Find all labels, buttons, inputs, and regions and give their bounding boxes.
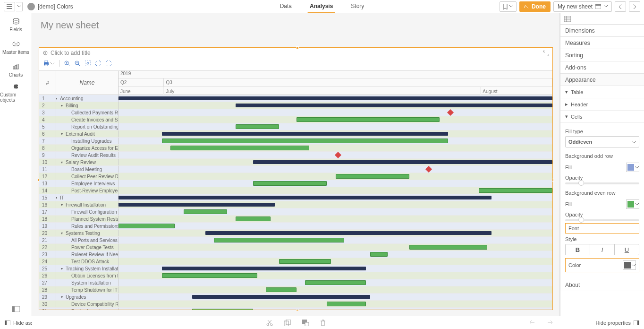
gantt-row[interactable]: 6▾External Audit	[39, 130, 552, 138]
task-bar[interactable]	[170, 146, 309, 150]
gantt-row[interactable]: 23Ruleset Review If Needed	[39, 251, 552, 258]
gantt-row[interactable]: 7Installing Upgrades	[39, 138, 552, 145]
tree-toggle-icon[interactable]: ▾	[61, 267, 63, 271]
gantt-row[interactable]: 22Power Outage Tests	[39, 244, 552, 251]
task-bar[interactable]	[253, 181, 327, 186]
task-bar[interactable]	[236, 124, 279, 129]
subsection-header[interactable]: ▸Header	[560, 98, 644, 111]
summary-bar[interactable]	[192, 295, 370, 299]
tree-toggle-icon[interactable]: ▾	[56, 196, 57, 200]
task-bar[interactable]	[479, 188, 552, 193]
gantt-row[interactable]: 11Board Meeting	[39, 166, 552, 173]
summary-bar[interactable]	[253, 160, 552, 164]
gantt-row[interactable]: 26Obtain Licenses from the V	[39, 272, 552, 279]
subsection-table[interactable]: ▾Table	[560, 86, 644, 98]
task-bar[interactable]	[305, 280, 366, 285]
menu-button[interactable]	[4, 2, 15, 11]
summary-bar[interactable]	[119, 196, 491, 199]
task-bar[interactable]	[266, 287, 296, 292]
task-bar[interactable]	[370, 252, 388, 257]
gantt-body[interactable]: 1▾Accounting2▾Billing3Collected Payments…	[39, 95, 552, 310]
zoom-fit-button[interactable]	[85, 61, 91, 66]
filltype-select[interactable]: Odd/even	[565, 136, 639, 147]
milestone-icon[interactable]	[447, 109, 454, 116]
gantt-row[interactable]: 17Firewall Configuration	[39, 208, 552, 216]
gantt-row[interactable]: 24Test DDOS Attack	[39, 258, 552, 265]
gantt-row[interactable]: 13Employee Interviews	[39, 180, 552, 187]
tree-toggle-icon[interactable]: ▾	[56, 96, 57, 101]
gantt-row[interactable]: 12Collect Peer Review Data	[39, 173, 552, 180]
tree-toggle-icon[interactable]: ▾	[61, 160, 63, 164]
collapse-all-button[interactable]	[106, 61, 111, 66]
section-about[interactable]: About	[560, 279, 644, 291]
task-bar[interactable]	[336, 174, 409, 179]
section-addons[interactable]: Add-ons	[560, 61, 644, 74]
gantt-row[interactable]: 9Review Audit Results	[39, 152, 552, 159]
hide-properties-button[interactable]: Hide properties	[560, 316, 644, 329]
prev-sheet-button[interactable]	[615, 1, 626, 12]
task-bar[interactable]	[297, 117, 440, 122]
gantt-row[interactable]: 20▾Systems Testing	[39, 230, 552, 237]
odd-fill-color[interactable]	[626, 163, 639, 172]
gantt-row[interactable]: 5Report on Outstanding Co	[39, 123, 552, 130]
charts-tab[interactable]: Charts	[0, 59, 32, 81]
redo-icon[interactable]	[545, 320, 552, 325]
object-type-icon[interactable]	[560, 13, 644, 25]
summary-bar[interactable]	[119, 96, 552, 100]
gantt-row[interactable]: 16▾Firewall Installation	[39, 201, 552, 208]
task-bar[interactable]	[184, 209, 227, 214]
section-sorting[interactable]: Sorting	[560, 49, 644, 61]
task-bar[interactable]	[409, 245, 487, 250]
gantt-row[interactable]: 18Planned System Restart	[39, 216, 552, 223]
font-color-row[interactable]: Color	[565, 258, 639, 272]
done-button[interactable]: Done	[519, 1, 551, 12]
summary-bar[interactable]	[162, 267, 366, 270]
sheet-title[interactable]: My new sheet	[32, 13, 559, 35]
undo-icon[interactable]	[530, 320, 537, 325]
summary-bar[interactable]	[162, 132, 449, 136]
task-bar[interactable]	[279, 259, 331, 264]
gantt-row[interactable]: 2▾Billing	[39, 102, 552, 109]
fullscreen-icon[interactable]	[543, 51, 549, 57]
chart-title-row[interactable]: Click to add title	[39, 48, 552, 58]
fields-tab[interactable]: Fields	[0, 13, 32, 36]
gantt-row[interactable]: 4Create Invoices and Send I	[39, 116, 552, 123]
section-appearance[interactable]: Appearance	[560, 74, 644, 86]
section-dimensions[interactable]: Dimensions	[560, 25, 644, 37]
custom-objects-tab[interactable]: Custom objects	[0, 81, 32, 104]
font-section[interactable]: Font	[565, 223, 639, 234]
gantt-row[interactable]: 25▾Tracking System Installation	[39, 265, 552, 272]
tree-toggle-icon[interactable]: ▾	[61, 203, 63, 207]
gantt-row[interactable]: 28Temp Shutdown for IT Aud	[39, 286, 552, 294]
tab-analysis[interactable]: Analysis	[308, 0, 335, 13]
task-bar[interactable]	[327, 302, 366, 306]
italic-button[interactable]: I	[590, 244, 615, 255]
task-bar[interactable]	[192, 309, 253, 310]
font-color-swatch[interactable]	[623, 260, 636, 270]
tree-toggle-icon[interactable]: ▾	[61, 104, 63, 108]
delete-icon[interactable]	[320, 320, 326, 326]
zoom-out-button[interactable]	[75, 61, 80, 66]
odd-opacity-slider[interactable]	[565, 182, 639, 184]
master-items-tab[interactable]: Master items	[0, 36, 32, 59]
gantt-row[interactable]: 31Device Inventory	[39, 308, 552, 310]
gantt-row[interactable]: 10▾Salary Review	[39, 159, 552, 166]
gantt-row[interactable]: 19Rules and Permissions Aud	[39, 223, 552, 230]
cut-icon[interactable]	[266, 320, 273, 326]
sheet-selector[interactable]: My new sheet	[553, 1, 612, 12]
gantt-row[interactable]: 30Device Compatibility Revie	[39, 301, 552, 308]
paste-icon[interactable]	[302, 320, 309, 326]
copy-icon[interactable]	[284, 320, 291, 326]
print-button[interactable]	[43, 61, 54, 66]
underline-button[interactable]: U	[615, 244, 639, 255]
milestone-icon[interactable]	[425, 166, 432, 173]
panel-toggle-icon[interactable]	[12, 306, 20, 312]
next-sheet-button[interactable]	[629, 1, 640, 12]
task-bar[interactable]	[236, 216, 271, 221]
task-bar[interactable]	[119, 224, 175, 228]
even-fill-color[interactable]	[626, 199, 639, 209]
tree-toggle-icon[interactable]: ▾	[61, 295, 63, 299]
tab-data[interactable]: Data	[278, 0, 294, 13]
bookmark-button[interactable]	[500, 1, 517, 12]
summary-bar[interactable]	[236, 104, 552, 107]
